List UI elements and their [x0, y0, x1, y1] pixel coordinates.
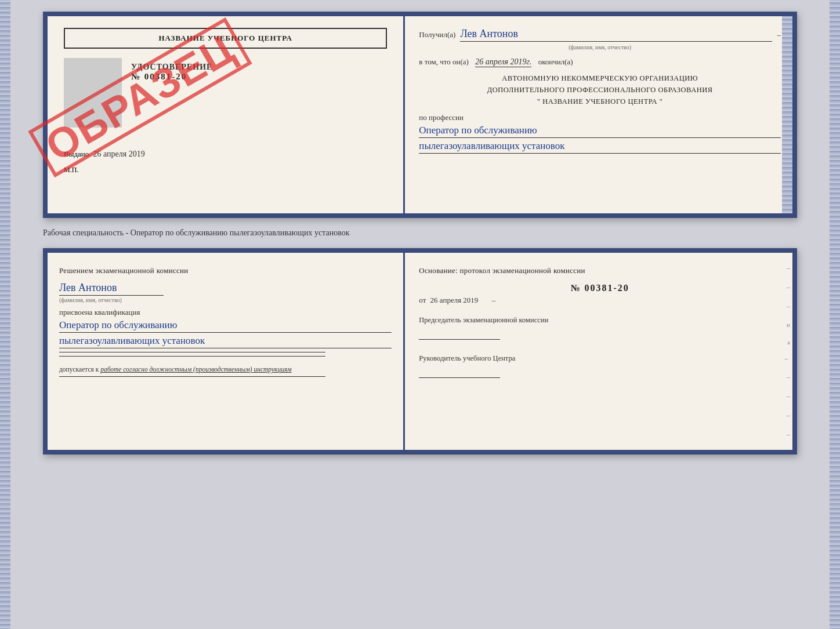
top-cert-right-page: Получил(а) Лев Антонов – (фамилия, имя, … — [405, 16, 792, 213]
v-tom-line: в том, что он(а) 26 апреля 2019г. окончи… — [419, 57, 781, 67]
bottom-fio-handwritten: Лев Антонов — [59, 282, 164, 296]
vydano-date: 26 апреля 2019 — [93, 150, 145, 158]
v-tom-prefix: в том, что он(а) — [419, 57, 469, 66]
org-name-line: " НАЗВАНИЕ УЧЕБНОГО ЦЕНТРА " — [419, 96, 781, 107]
udostoverenie-section: УДОСТОВЕРЕНИЕ № 00381-20 — [131, 63, 212, 82]
poluchil-line: Получил(а) Лев Антонов – — [419, 28, 781, 42]
org-line1: АВТОНОМНУЮ НЕКОММЕРЧЕСКУЮ ОРГАНИЗАЦИЮ — [419, 72, 781, 84]
org-line2: ДОПОЛНИТЕЛЬНОГО ПРОФЕССИОНАЛЬНОГО ОБРАЗО… — [419, 84, 781, 96]
left-page-content: НАЗВАНИЕ УЧЕБНОГО ЦЕНТРА УДОСТОВЕРЕНИЕ №… — [59, 28, 392, 174]
ot-prefix: от — [419, 296, 426, 304]
ot-date-line: от 26 апреля 2019 – — [419, 296, 781, 305]
dopuskaetsya-prefix: допускается к — [59, 366, 99, 373]
middle-label: Рабочая специальность - Оператор по обсл… — [43, 225, 350, 241]
qualification-line1: Оператор по обслуживанию — [59, 319, 392, 333]
bottom-cert-left-page: Решением экзаменационной комиссии Лев Ан… — [48, 253, 405, 450]
spine-right-top — [782, 16, 792, 213]
spine-left-bottom — [0, 0, 10, 629]
predsedatel-label: Председатель экзаменационной комиссии — [419, 314, 781, 326]
osnovanie-label: Основание: протокол экзаменационной коми… — [419, 264, 781, 277]
predsedatel-signature-line — [419, 329, 500, 340]
poluchil-label: Получил(а) — [419, 30, 455, 39]
po-professii-label: по профессии — [419, 113, 781, 122]
qualification-line2: пылегазоулавливающих установок — [59, 335, 392, 348]
vydano-label: Выдано — [64, 150, 89, 158]
spine-right-bottom — [830, 0, 840, 629]
photo-placeholder — [64, 58, 122, 128]
document-wrapper: НАЗВАНИЕ УЧЕБНОГО ЦЕНТРА УДОСТОВЕРЕНИЕ №… — [43, 12, 797, 455]
vydano-line: Выдано 26 апреля 2019 — [64, 150, 387, 159]
fio-handwritten-top: Лев Антонов — [460, 28, 772, 42]
ot-date-value: 26 апреля 2019 — [430, 296, 479, 304]
right-sidebar-lines-bottom: – – – и а ← – – – – — [763, 253, 792, 450]
top-cert-left-page: НАЗВАНИЕ УЧЕБНОГО ЦЕНТРА УДОСТОВЕРЕНИЕ №… — [48, 16, 405, 213]
mp-label: М.П. — [64, 166, 387, 174]
rukovoditel-section: Руководитель учебного Центра — [419, 352, 781, 383]
dopuskaetsya-line: допускается к работе согласно должностны… — [59, 366, 392, 373]
org-name: НАЗВАНИЕ УЧЕБНОГО ЦЕНТРА — [542, 97, 657, 106]
org-quotes-open: " — [537, 97, 541, 106]
bottom-cert-spread: Решением экзаменационной комиссии Лев Ан… — [43, 248, 797, 455]
cert-title-box: НАЗВАНИЕ УЧЕБНОГО ЦЕНТРА — [64, 28, 387, 49]
cert-number: № 00381-20 — [131, 72, 212, 82]
rukovoditel-signature-line — [419, 368, 500, 378]
date-handwritten-top: 26 апреля 2019г. — [475, 57, 531, 67]
protocol-number: № 00381-20 — [419, 283, 781, 293]
ot-dash: – — [492, 296, 496, 304]
org-quotes-close: " — [660, 97, 663, 106]
dopuskaetsya-italic: работе согласно должностным (производств… — [100, 366, 291, 373]
cert-title-text: НАЗВАНИЕ УЧЕБНОГО ЦЕНТРА — [158, 34, 292, 42]
udostoverenie-label: УДОСТОВЕРЕНИЕ — [131, 63, 212, 72]
prisvoena-label: присвоена квалификация — [59, 308, 392, 317]
chairman-section: Председатель экзаменационной комиссии — [419, 314, 781, 344]
org-block: АВТОНОМНУЮ НЕКОММЕРЧЕСКУЮ ОРГАНИЗАЦИЮ ДО… — [419, 72, 781, 107]
bottom-fio-line: Лев Антонов — [59, 282, 392, 296]
resheniem-label: Решением экзаменационной комиссии — [59, 264, 392, 277]
profession-line2-top: пылегазоулавливающих установок — [419, 140, 781, 154]
profession-line1-top: Оператор по обслуживанию — [419, 125, 781, 138]
bottom-fio-caption: (фамилия, имя, отчество) — [59, 297, 392, 303]
fio-caption-top: (фамилия, имя, отчество) — [419, 44, 781, 50]
okonchil-label: окончил(а) — [538, 57, 573, 66]
top-cert-spread: НАЗВАНИЕ УЧЕБНОГО ЦЕНТРА УДОСТОВЕРЕНИЕ №… — [43, 12, 797, 218]
rukovoditel-label: Руководитель учебного Центра — [419, 352, 781, 364]
bottom-cert-right-page: Основание: протокол экзаменационной коми… — [405, 253, 792, 450]
